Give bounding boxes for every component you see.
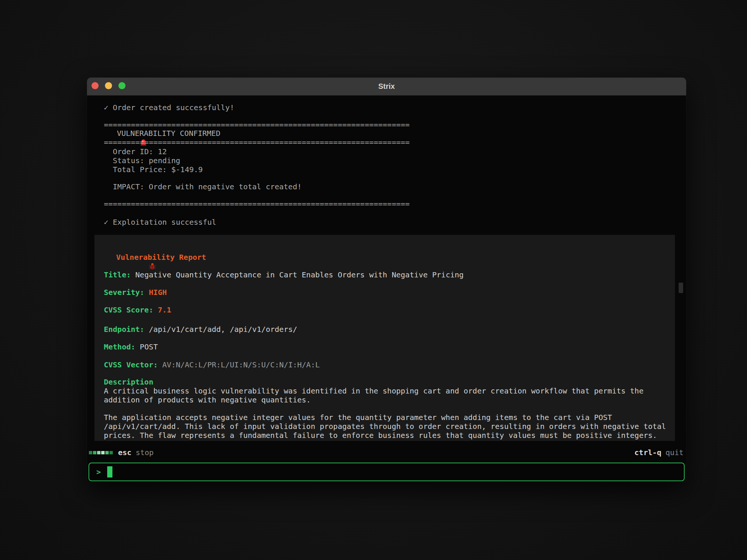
spinner-segment	[97, 451, 100, 454]
separator-line: ========================================…	[104, 199, 410, 208]
prompt-symbol: >	[96, 467, 101, 476]
order-success-line: ✓ Order created successfully!	[104, 103, 234, 112]
field-label: Endpoint:	[104, 325, 144, 334]
spinner-segment	[89, 451, 92, 454]
report-heading-row: Vulnerability Report	[104, 253, 206, 262]
spinner-segment	[109, 451, 113, 454]
field-value: HIGH	[149, 288, 167, 297]
report-field-cvss-vector: CVSS Vector: AV:N/AC:L/PR:L/UI:N/S:U/C:N…	[104, 360, 320, 369]
title-bar: Strix	[87, 78, 686, 96]
description-paragraph: The application accepts negative integer…	[104, 413, 672, 440]
vulnerability-confirmed-label: VULNERABILITY CONFIRMED	[117, 129, 220, 138]
description-paragraph: A critical business logic vulnerability …	[104, 386, 672, 404]
spinner-segment	[93, 451, 96, 454]
report-heading: Vulnerability Report	[116, 253, 206, 262]
scrollbar-thumb[interactable]	[679, 283, 683, 293]
report-field-endpoint: Endpoint: /api/v1/cart/add, /api/v1/orde…	[104, 325, 297, 334]
app-window: Strix ✓ Order created successfully! ====…	[87, 78, 686, 482]
impact-line: IMPACT: Order with negative total create…	[113, 182, 302, 191]
report-field-title: Title: Negative Quantity Acceptance in C…	[104, 270, 464, 279]
terminal-output: ✓ Order created successfully! ==========…	[87, 95, 686, 482]
description-heading: Description	[104, 377, 153, 386]
field-label: Title:	[104, 270, 131, 279]
order-details: Order ID: 12 Status: pending Total Price…	[113, 147, 203, 174]
spinner-segment	[101, 451, 105, 454]
quit-action-label[interactable]: quit	[666, 448, 684, 457]
vulnerability-report-panel: Vulnerability Report Title: Negative Qua…	[94, 235, 675, 441]
siren-icon	[104, 130, 111, 137]
report-field-severity: Severity: HIGH	[104, 288, 167, 297]
field-label: Severity:	[104, 288, 144, 297]
esc-action-label[interactable]: stop	[136, 448, 154, 457]
quit-key-hint[interactable]: ctrl-q	[635, 448, 661, 457]
command-input[interactable]: >	[89, 463, 685, 481]
spinner-segment	[105, 451, 109, 454]
field-value: POST	[140, 342, 158, 351]
esc-key-hint[interactable]: esc	[118, 448, 131, 457]
field-value: AV:N/AC:L/PR:L/UI:N/S:U/C:N/I:H/A:L	[162, 360, 320, 369]
separator-line: ========================================…	[104, 120, 410, 129]
field-label: Method:	[104, 342, 135, 351]
field-label: CVSS Vector:	[104, 360, 158, 369]
activity-spinner	[89, 451, 113, 454]
status-bar: esc stop ctrl-q quit	[89, 448, 684, 457]
field-value: Negative Quantity Acceptance in Cart Ena…	[135, 270, 464, 279]
exploit-success-line: ✓ Exploitation successful	[104, 218, 216, 227]
window-title: Strix	[87, 78, 686, 95]
report-field-method: Method: POST	[104, 342, 158, 351]
separator-line: ========================================…	[104, 138, 410, 147]
field-label: CVSS Score:	[104, 305, 153, 314]
field-value: /api/v1/cart/add, /api/v1/orders/	[149, 325, 297, 334]
text-cursor	[107, 466, 112, 477]
report-field-cvss-score: CVSS Score: 7.1	[104, 305, 171, 314]
bug-icon	[104, 253, 111, 261]
vulnerability-confirmed-banner: VULNERABILITY CONFIRMED	[104, 129, 220, 138]
field-value: 7.1	[158, 305, 171, 314]
